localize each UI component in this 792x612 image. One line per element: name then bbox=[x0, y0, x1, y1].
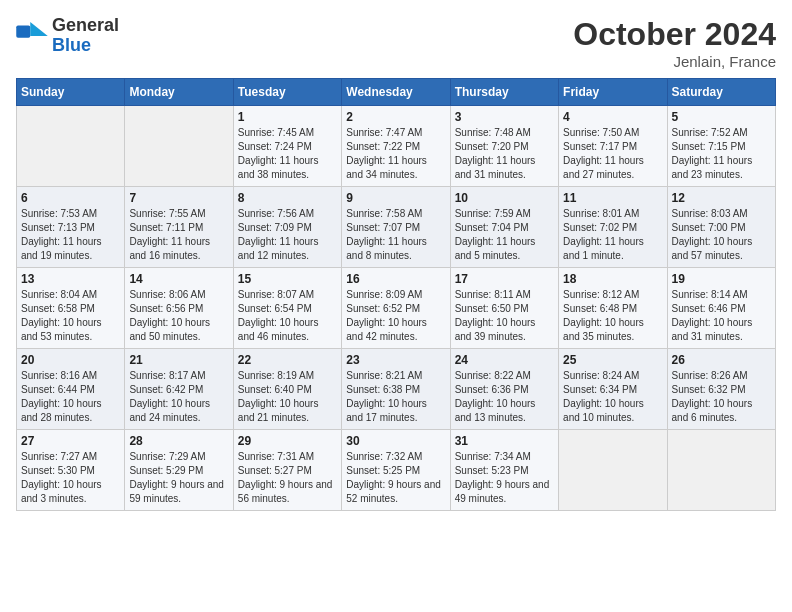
day-info: Sunrise: 7:52 AMSunset: 7:15 PMDaylight:… bbox=[672, 126, 771, 182]
logo: General Blue bbox=[16, 16, 119, 56]
day-cell: 3Sunrise: 7:48 AMSunset: 7:20 PMDaylight… bbox=[450, 106, 558, 187]
day-cell: 31Sunrise: 7:34 AMSunset: 5:23 PMDayligh… bbox=[450, 430, 558, 511]
day-number: 14 bbox=[129, 272, 228, 286]
day-info: Sunrise: 8:12 AMSunset: 6:48 PMDaylight:… bbox=[563, 288, 662, 344]
day-number: 15 bbox=[238, 272, 337, 286]
day-number: 10 bbox=[455, 191, 554, 205]
day-number: 11 bbox=[563, 191, 662, 205]
day-cell: 29Sunrise: 7:31 AMSunset: 5:27 PMDayligh… bbox=[233, 430, 341, 511]
week-row-5: 27Sunrise: 7:27 AMSunset: 5:30 PMDayligh… bbox=[17, 430, 776, 511]
day-number: 30 bbox=[346, 434, 445, 448]
day-info: Sunrise: 7:27 AMSunset: 5:30 PMDaylight:… bbox=[21, 450, 120, 506]
day-cell: 11Sunrise: 8:01 AMSunset: 7:02 PMDayligh… bbox=[559, 187, 667, 268]
day-info: Sunrise: 8:24 AMSunset: 6:34 PMDaylight:… bbox=[563, 369, 662, 425]
day-number: 26 bbox=[672, 353, 771, 367]
logo-icon bbox=[16, 22, 48, 50]
day-info: Sunrise: 7:58 AMSunset: 7:07 PMDaylight:… bbox=[346, 207, 445, 263]
day-number: 4 bbox=[563, 110, 662, 124]
day-info: Sunrise: 8:11 AMSunset: 6:50 PMDaylight:… bbox=[455, 288, 554, 344]
day-number: 8 bbox=[238, 191, 337, 205]
week-row-2: 6Sunrise: 7:53 AMSunset: 7:13 PMDaylight… bbox=[17, 187, 776, 268]
column-header-thursday: Thursday bbox=[450, 79, 558, 106]
day-cell: 18Sunrise: 8:12 AMSunset: 6:48 PMDayligh… bbox=[559, 268, 667, 349]
day-number: 18 bbox=[563, 272, 662, 286]
day-info: Sunrise: 7:32 AMSunset: 5:25 PMDaylight:… bbox=[346, 450, 445, 506]
day-info: Sunrise: 8:19 AMSunset: 6:40 PMDaylight:… bbox=[238, 369, 337, 425]
day-cell: 22Sunrise: 8:19 AMSunset: 6:40 PMDayligh… bbox=[233, 349, 341, 430]
day-info: Sunrise: 8:04 AMSunset: 6:58 PMDaylight:… bbox=[21, 288, 120, 344]
day-cell: 24Sunrise: 8:22 AMSunset: 6:36 PMDayligh… bbox=[450, 349, 558, 430]
day-info: Sunrise: 7:56 AMSunset: 7:09 PMDaylight:… bbox=[238, 207, 337, 263]
day-cell bbox=[559, 430, 667, 511]
day-info: Sunrise: 8:16 AMSunset: 6:44 PMDaylight:… bbox=[21, 369, 120, 425]
day-info: Sunrise: 7:34 AMSunset: 5:23 PMDaylight:… bbox=[455, 450, 554, 506]
day-cell: 15Sunrise: 8:07 AMSunset: 6:54 PMDayligh… bbox=[233, 268, 341, 349]
day-cell: 20Sunrise: 8:16 AMSunset: 6:44 PMDayligh… bbox=[17, 349, 125, 430]
day-info: Sunrise: 8:22 AMSunset: 6:36 PMDaylight:… bbox=[455, 369, 554, 425]
day-cell: 16Sunrise: 8:09 AMSunset: 6:52 PMDayligh… bbox=[342, 268, 450, 349]
day-cell: 1Sunrise: 7:45 AMSunset: 7:24 PMDaylight… bbox=[233, 106, 341, 187]
day-cell: 28Sunrise: 7:29 AMSunset: 5:29 PMDayligh… bbox=[125, 430, 233, 511]
day-number: 19 bbox=[672, 272, 771, 286]
day-number: 5 bbox=[672, 110, 771, 124]
day-number: 24 bbox=[455, 353, 554, 367]
day-cell: 2Sunrise: 7:47 AMSunset: 7:22 PMDaylight… bbox=[342, 106, 450, 187]
day-cell: 23Sunrise: 8:21 AMSunset: 6:38 PMDayligh… bbox=[342, 349, 450, 430]
day-number: 12 bbox=[672, 191, 771, 205]
day-number: 2 bbox=[346, 110, 445, 124]
column-headers: SundayMondayTuesdayWednesdayThursdayFrid… bbox=[17, 79, 776, 106]
column-header-tuesday: Tuesday bbox=[233, 79, 341, 106]
day-number: 31 bbox=[455, 434, 554, 448]
week-row-4: 20Sunrise: 8:16 AMSunset: 6:44 PMDayligh… bbox=[17, 349, 776, 430]
day-info: Sunrise: 8:09 AMSunset: 6:52 PMDaylight:… bbox=[346, 288, 445, 344]
day-cell bbox=[667, 430, 775, 511]
day-number: 20 bbox=[21, 353, 120, 367]
column-header-wednesday: Wednesday bbox=[342, 79, 450, 106]
day-cell: 7Sunrise: 7:55 AMSunset: 7:11 PMDaylight… bbox=[125, 187, 233, 268]
day-cell: 19Sunrise: 8:14 AMSunset: 6:46 PMDayligh… bbox=[667, 268, 775, 349]
day-number: 21 bbox=[129, 353, 228, 367]
day-cell bbox=[125, 106, 233, 187]
day-cell: 10Sunrise: 7:59 AMSunset: 7:04 PMDayligh… bbox=[450, 187, 558, 268]
day-cell: 17Sunrise: 8:11 AMSunset: 6:50 PMDayligh… bbox=[450, 268, 558, 349]
location: Jenlain, France bbox=[573, 53, 776, 70]
day-cell: 30Sunrise: 7:32 AMSunset: 5:25 PMDayligh… bbox=[342, 430, 450, 511]
day-number: 22 bbox=[238, 353, 337, 367]
day-info: Sunrise: 8:26 AMSunset: 6:32 PMDaylight:… bbox=[672, 369, 771, 425]
day-info: Sunrise: 8:06 AMSunset: 6:56 PMDaylight:… bbox=[129, 288, 228, 344]
day-cell: 25Sunrise: 8:24 AMSunset: 6:34 PMDayligh… bbox=[559, 349, 667, 430]
svg-marker-1 bbox=[30, 22, 48, 36]
day-cell: 14Sunrise: 8:06 AMSunset: 6:56 PMDayligh… bbox=[125, 268, 233, 349]
day-number: 28 bbox=[129, 434, 228, 448]
day-info: Sunrise: 7:47 AMSunset: 7:22 PMDaylight:… bbox=[346, 126, 445, 182]
day-number: 27 bbox=[21, 434, 120, 448]
month-title: October 2024 bbox=[573, 16, 776, 53]
day-number: 9 bbox=[346, 191, 445, 205]
day-number: 3 bbox=[455, 110, 554, 124]
svg-rect-0 bbox=[16, 25, 30, 37]
day-info: Sunrise: 8:03 AMSunset: 7:00 PMDaylight:… bbox=[672, 207, 771, 263]
day-cell: 27Sunrise: 7:27 AMSunset: 5:30 PMDayligh… bbox=[17, 430, 125, 511]
day-info: Sunrise: 8:21 AMSunset: 6:38 PMDaylight:… bbox=[346, 369, 445, 425]
logo-blue: Blue bbox=[52, 36, 119, 56]
day-info: Sunrise: 7:53 AMSunset: 7:13 PMDaylight:… bbox=[21, 207, 120, 263]
day-info: Sunrise: 7:55 AMSunset: 7:11 PMDaylight:… bbox=[129, 207, 228, 263]
week-row-3: 13Sunrise: 8:04 AMSunset: 6:58 PMDayligh… bbox=[17, 268, 776, 349]
day-cell: 4Sunrise: 7:50 AMSunset: 7:17 PMDaylight… bbox=[559, 106, 667, 187]
day-info: Sunrise: 8:07 AMSunset: 6:54 PMDaylight:… bbox=[238, 288, 337, 344]
column-header-friday: Friday bbox=[559, 79, 667, 106]
day-cell: 8Sunrise: 7:56 AMSunset: 7:09 PMDaylight… bbox=[233, 187, 341, 268]
day-info: Sunrise: 7:59 AMSunset: 7:04 PMDaylight:… bbox=[455, 207, 554, 263]
day-cell: 6Sunrise: 7:53 AMSunset: 7:13 PMDaylight… bbox=[17, 187, 125, 268]
day-number: 7 bbox=[129, 191, 228, 205]
day-cell bbox=[17, 106, 125, 187]
day-info: Sunrise: 8:14 AMSunset: 6:46 PMDaylight:… bbox=[672, 288, 771, 344]
day-cell: 26Sunrise: 8:26 AMSunset: 6:32 PMDayligh… bbox=[667, 349, 775, 430]
page-header: General Blue October 2024 Jenlain, Franc… bbox=[16, 16, 776, 70]
day-info: Sunrise: 7:50 AMSunset: 7:17 PMDaylight:… bbox=[563, 126, 662, 182]
day-info: Sunrise: 8:01 AMSunset: 7:02 PMDaylight:… bbox=[563, 207, 662, 263]
day-number: 23 bbox=[346, 353, 445, 367]
week-row-1: 1Sunrise: 7:45 AMSunset: 7:24 PMDaylight… bbox=[17, 106, 776, 187]
column-header-monday: Monday bbox=[125, 79, 233, 106]
day-number: 29 bbox=[238, 434, 337, 448]
